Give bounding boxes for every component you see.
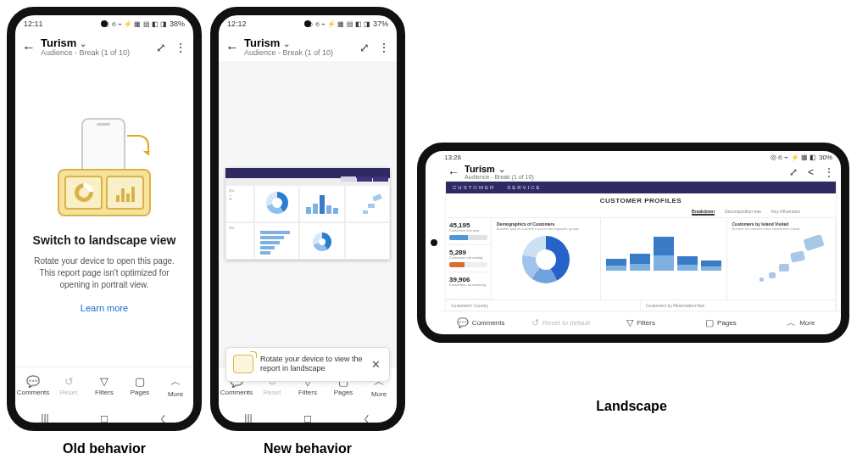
share-icon[interactable]: < xyxy=(808,166,814,178)
chevron-down-icon[interactable]: ⌄ xyxy=(283,39,290,48)
app-header: ← Turism ⌄ Audience - Break (1 of 10) ⤢ … xyxy=(219,32,397,61)
donut-chart xyxy=(522,236,570,283)
panel-map[interactable]: Customers by Island VisitedNumber of cus… xyxy=(727,218,837,300)
status-icons: ◎ ⎋ ⌁ ⚡ ▦ ▤ ◧ ◨ xyxy=(103,20,167,28)
report-canvas[interactable]: CUSTOMERSERVICE AUDIENCE BENEFIT TRENDS … xyxy=(446,182,836,311)
report-thumbnail: 45k—5k 39k xyxy=(225,168,390,260)
nav-recent[interactable]: ||| xyxy=(35,412,55,414)
bottom-toolbar: 💬Comments ↺Reset to default ▽Filters ▢Pa… xyxy=(441,311,841,334)
kpi-2[interactable]: 5,289Customers not visiting xyxy=(446,245,491,272)
tool-pages[interactable]: ▢Pages xyxy=(122,367,158,404)
report-subtabs[interactable]: Breakdown Decomposition tree Key influen… xyxy=(446,207,836,218)
filter-icon: ▽ xyxy=(100,375,108,388)
kpi-1[interactable]: 45,195Customers last year xyxy=(446,218,491,245)
header-title[interactable]: Turism xyxy=(465,165,495,174)
filter-icon: ▽ xyxy=(626,317,633,328)
empty-heading: Switch to landscape view xyxy=(33,233,176,247)
android-navbar: ||| ◻ く xyxy=(15,404,193,423)
tool-filters[interactable]: ▽Filters xyxy=(601,311,681,334)
battery-percent: 37% xyxy=(373,20,388,28)
chevron-up-icon: ︿ xyxy=(170,374,181,389)
chevron-down-icon[interactable]: ⌄ xyxy=(498,165,505,174)
comment-icon: 💬 xyxy=(26,375,40,388)
app-header: ← Turism ⌄ Audience - Break (1 of 10) ⤢ … xyxy=(441,163,841,182)
rotate-toast: Rotate your device to view the report in… xyxy=(225,347,390,382)
caption-old: Old behavior xyxy=(63,441,146,456)
caption-new: New behavior xyxy=(264,441,352,456)
back-icon[interactable]: ← xyxy=(448,165,459,179)
report-preview-area[interactable]: 45k—5k 39k xyxy=(219,61,397,367)
nav-recent[interactable]: ||| xyxy=(238,412,259,414)
close-icon[interactable]: ✕ xyxy=(370,358,382,371)
chevron-up-icon: ︿ xyxy=(787,316,796,329)
status-icons: ◎ ⎋ ⌁ ⚡ ▦ ◧ xyxy=(771,154,816,161)
tool-reset: ↺Reset xyxy=(51,367,86,404)
phone-new-behavior: 12:12 ◎ ⎋ ⌁ ⚡ ▦ ▤ ◧ ◨ 37% ← Turism ⌄ Aud… xyxy=(210,7,405,431)
nav-home[interactable]: ◻ xyxy=(94,412,114,414)
status-bar: 12:12 ◎ ⎋ ⌁ ⚡ ▦ ▤ ◧ ◨ 37% xyxy=(219,15,397,32)
learn-more-link[interactable]: Learn more xyxy=(81,303,128,313)
expand-icon[interactable]: ⤢ xyxy=(359,41,370,54)
toast-text: Rotate your device to view the report in… xyxy=(260,355,363,374)
kpi-sidebar: 45,195Customers last year 5,289Customers… xyxy=(446,218,492,300)
tool-comments[interactable]: 💬Comments xyxy=(441,311,520,334)
battery-percent: 30% xyxy=(819,154,832,161)
status-bar: 12:11 ◎ ⎋ ⌁ ⚡ ▦ ▤ ◧ ◨ 38% xyxy=(15,15,193,32)
header-subtitle: Audience - Break (1 of 10) xyxy=(244,49,354,58)
tool-filters[interactable]: ▽Filters xyxy=(86,367,122,404)
header-subtitle: Audience - Break (1 of 10) xyxy=(465,174,784,180)
header-subtitle: Audience - Break (1 of 10) xyxy=(41,49,151,58)
nav-back[interactable]: く xyxy=(153,412,174,414)
bottom-toolbar: 💬Comments ↺Reset ▽Filters ▢Pages ︿More xyxy=(15,367,193,404)
panel-demographics[interactable]: Demographics of CustomersA profile split… xyxy=(492,218,601,300)
chevron-down-icon[interactable]: ⌄ xyxy=(80,39,86,48)
report-title: CUSTOMER PROFILES xyxy=(600,197,682,204)
report-topnav: CUSTOMERSERVICE AUDIENCE BENEFIT TRENDS xyxy=(446,182,836,193)
more-icon[interactable]: ⋮ xyxy=(378,41,390,54)
reset-icon: ↺ xyxy=(531,317,539,328)
bar-chart xyxy=(606,230,721,271)
android-navbar: ||| ◻ く xyxy=(219,404,397,423)
battery-percent: 38% xyxy=(170,20,185,28)
clock: 13:28 xyxy=(444,154,461,161)
pages-icon: ▢ xyxy=(135,375,145,388)
subtab-keyinf[interactable]: Key influencers xyxy=(771,209,800,216)
reset-icon: ↺ xyxy=(64,375,74,388)
tool-more[interactable]: ︿More xyxy=(158,367,193,404)
empty-state: Switch to landscape view Rotate your dev… xyxy=(15,61,193,367)
comment-icon: 💬 xyxy=(457,317,469,328)
more-icon[interactable]: ⋮ xyxy=(175,41,186,54)
back-icon[interactable]: ← xyxy=(225,40,239,55)
subtab-breakdown[interactable]: Breakdown xyxy=(692,209,715,216)
pages-icon: ▢ xyxy=(705,317,714,328)
tool-comments[interactable]: 💬Comments xyxy=(15,367,51,404)
kpi-3[interactable]: 39,906Customers not returning xyxy=(446,272,491,300)
panel-bars[interactable] xyxy=(601,218,727,300)
nav-home[interactable]: ◻ xyxy=(298,412,318,414)
empty-body: Rotate your device to open this page. Th… xyxy=(31,255,178,291)
expand-icon[interactable]: ⤢ xyxy=(156,41,166,54)
app-header: ← Turism ⌄ Audience - Break (1 of 10) ⤢ … xyxy=(15,32,193,61)
nav-back[interactable]: く xyxy=(357,412,377,414)
back-icon[interactable]: ← xyxy=(22,40,36,55)
caption-landscape: Landscape xyxy=(596,399,667,414)
tool-more[interactable]: ︿More xyxy=(761,311,841,334)
clock: 12:11 xyxy=(24,20,43,28)
status-bar: 13:28 ◎ ⎋ ⌁ ⚡ ▦ ◧ 30% xyxy=(441,151,841,163)
header-title[interactable]: Turism xyxy=(41,37,76,49)
expand-icon[interactable]: ⤢ xyxy=(789,166,798,178)
subtab-decomp[interactable]: Decomposition tree xyxy=(725,209,761,216)
status-icons: ◎ ⎋ ⌁ ⚡ ▦ ▤ ◧ ◨ xyxy=(307,20,370,28)
tool-pages[interactable]: ▢Pages xyxy=(681,311,760,334)
clock: 12:12 xyxy=(227,20,247,28)
phone-old-behavior: 12:11 ◎ ⎋ ⌁ ⚡ ▦ ▤ ◧ ◨ 38% ← Turism ⌄ Aud… xyxy=(7,7,202,431)
rotate-icon xyxy=(233,355,253,373)
tool-reset: ↺Reset to default xyxy=(520,311,600,334)
rotate-illustration xyxy=(49,115,159,216)
header-title[interactable]: Turism xyxy=(244,37,280,49)
report-footer: Customers' CountryCustomers by Reservati… xyxy=(446,300,836,311)
more-icon[interactable]: ⋮ xyxy=(824,166,834,178)
phone-landscape: 13:28 ◎ ⎋ ⌁ ⚡ ▦ ◧ 30% ← Turism ⌄ Audienc… xyxy=(417,143,849,343)
